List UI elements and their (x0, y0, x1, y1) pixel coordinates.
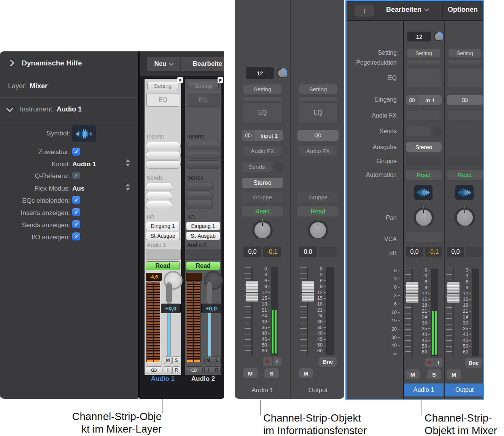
fader-handle[interactable] (406, 282, 419, 304)
dynamic-help-header[interactable]: Dynamische Hilfe (0, 51, 138, 75)
automation-read-button[interactable]: Read (242, 206, 283, 216)
sends-slot[interactable] (406, 126, 430, 136)
send-slot[interactable] (146, 192, 172, 200)
record-button[interactable]: R (263, 357, 273, 366)
pan-knob[interactable] (413, 207, 434, 228)
send-knob[interactable] (433, 127, 442, 136)
record-input-buttons[interactable]: R I (263, 357, 281, 366)
volume-value[interactable]: +0,0 (161, 304, 181, 313)
mute-button[interactable]: M (204, 356, 212, 364)
fader-handle[interactable] (207, 284, 212, 302)
input-monitor-button[interactable]: I (273, 357, 282, 366)
mute-button[interactable]: M (299, 368, 313, 378)
send-slot[interactable] (146, 183, 172, 191)
input-monitor-button[interactable]: I (164, 366, 172, 374)
insert-slot[interactable] (146, 151, 181, 159)
insert-slot[interactable] (186, 151, 221, 159)
fader-handle[interactable] (166, 284, 172, 302)
peak-value[interactable] (319, 247, 337, 257)
insert-slot[interactable] (186, 160, 221, 169)
mute-button[interactable]: M (243, 368, 258, 378)
eq-display[interactable]: EQ (243, 103, 281, 123)
setting-button[interactable]: Setting (188, 81, 219, 90)
group-slot[interactable] (447, 156, 483, 166)
input-monitor-button[interactable]: I (434, 358, 444, 367)
setting-button[interactable]: Setting (299, 84, 337, 94)
send-slot[interactable] (186, 183, 213, 191)
group-slot[interactable] (146, 249, 181, 260)
send-knob[interactable] (274, 162, 284, 172)
mute-button[interactable]: M (405, 369, 420, 379)
group-slot[interactable] (186, 249, 221, 260)
record-button[interactable]: R (213, 366, 221, 374)
input-button[interactable]: In 1 (406, 95, 442, 105)
setting-button[interactable]: Setting (407, 49, 440, 57)
insert-slot[interactable] (186, 142, 221, 150)
setting-button[interactable]: Setting (243, 84, 281, 94)
eq-display[interactable] (448, 69, 482, 87)
eq-display[interactable] (407, 69, 441, 87)
automation-read-button[interactable]: Read (146, 261, 180, 270)
eq-button[interactable]: EQ (146, 94, 179, 107)
optionen-menu[interactable]: Optionen (448, 6, 478, 14)
input-button[interactable]: Input 1 (242, 130, 283, 141)
track-name-selected[interactable]: Audio 1 (404, 383, 444, 396)
bounce-button[interactable]: Bnc (465, 358, 482, 368)
mute-button[interactable]: M (164, 356, 172, 364)
solo-button[interactable]: S (172, 356, 180, 364)
audio-fx-slot[interactable]: Audio FX (299, 146, 337, 156)
fader-handle[interactable] (447, 282, 460, 304)
fader-handle[interactable] (301, 280, 314, 302)
peak-value[interactable]: -0,1 (425, 247, 442, 257)
solo-button[interactable]: S (213, 356, 221, 364)
send-slot[interactable] (186, 192, 213, 200)
track-name-audio1[interactable]: Audio 1 (145, 375, 181, 383)
sends-anzeigen-checkbox[interactable]: ✓ (72, 220, 80, 228)
group-slot[interactable]: Gruppe (297, 192, 339, 202)
channel-symbol-button[interactable] (72, 125, 96, 142)
solo-button[interactable]: S (427, 369, 441, 379)
inserts-anzeigen-checkbox[interactable]: ✓ (72, 208, 80, 216)
automation-read-button[interactable]: Read (406, 170, 442, 180)
automation-read-button[interactable]: Read (447, 170, 483, 180)
insert-slot[interactable] (146, 142, 181, 150)
output-format-button[interactable] (297, 130, 339, 141)
track-symbol-button[interactable] (455, 185, 474, 200)
track-name-audio2[interactable]: Audio 2 (185, 375, 221, 383)
eqs-einblenden-checkbox[interactable]: ✓ (72, 196, 80, 204)
gain-reduction-value[interactable]: 12 (246, 67, 274, 79)
send-slot[interactable] (186, 201, 213, 209)
automation-read-button[interactable]: Read (297, 206, 339, 216)
setting-button[interactable]: Setting (448, 49, 481, 57)
gain-knob[interactable] (277, 68, 287, 78)
output-button[interactable]: St-Ausgab (186, 232, 220, 240)
io-anzeigen-checkbox[interactable]: ✓ (72, 232, 80, 240)
peak-value[interactable]: -0,1 (263, 247, 281, 257)
record-button[interactable]: R (425, 358, 434, 367)
output-format-button[interactable] (447, 95, 483, 105)
setting-button[interactable]: Setting (147, 81, 178, 90)
gain-knob[interactable] (433, 32, 443, 41)
sends-slot[interactable]: Sends (242, 162, 272, 172)
audio-fx-slot[interactable] (407, 111, 441, 120)
track-symbol-button[interactable] (414, 185, 432, 200)
bearbeiten-menu[interactable]: Bearbeiten (386, 6, 428, 14)
insert-slot[interactable] (146, 160, 181, 169)
audio-fx-slot[interactable]: Audio FX (243, 146, 281, 156)
group-slot[interactable] (406, 156, 442, 166)
pan-knob[interactable] (308, 220, 328, 240)
track-name-selected[interactable]: Output (445, 383, 484, 396)
eq-display[interactable]: EQ (299, 103, 337, 123)
track-name[interactable]: Output (295, 387, 341, 394)
group-slot[interactable]: Gruppe (242, 192, 283, 202)
neu-menu[interactable]: Neu (147, 57, 180, 71)
record-button[interactable]: R (172, 366, 180, 374)
solo-button[interactable]: S (264, 368, 279, 378)
input-monitor-button[interactable]: I (204, 366, 212, 374)
fader-handle[interactable] (246, 280, 259, 302)
pan-knob[interactable] (252, 220, 273, 240)
mute-button[interactable]: M (447, 369, 461, 379)
q-referenz-checkbox[interactable]: ✓ (72, 172, 80, 179)
track-name[interactable]: Audio 1 (239, 387, 286, 394)
automation-read-button[interactable]: Read (186, 261, 220, 270)
